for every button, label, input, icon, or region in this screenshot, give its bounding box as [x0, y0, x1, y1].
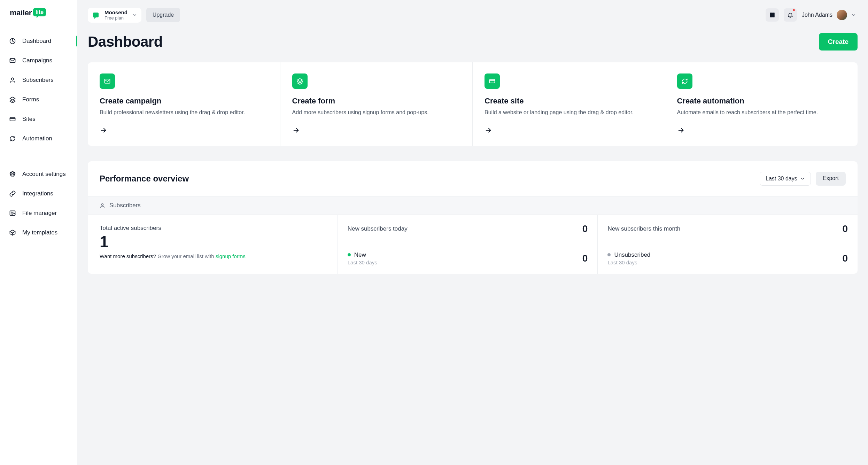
stat-sublabel: Last 30 days [348, 259, 377, 265]
user-icon [100, 203, 105, 208]
mail-icon [100, 73, 115, 89]
performance-tab-label: Subscribers [109, 202, 141, 209]
page-header: Dashboard Create [77, 26, 868, 62]
quick-desc: Automate emails to reach subscribers at … [677, 108, 846, 117]
total-active-subscribers: Total active subscribers 1 Want more sub… [88, 215, 338, 274]
performance-overview: Performance overview Last 30 days Export… [88, 161, 858, 274]
sidebar-item-label: Integrations [22, 190, 53, 197]
sidebar-item-file-manager[interactable]: File manager [0, 203, 77, 223]
export-button[interactable]: Export [816, 172, 846, 186]
sidebar-item-forms[interactable]: Forms [0, 90, 77, 109]
package-icon [9, 229, 16, 236]
quick-create-campaign[interactable]: Create campaign Build professional newsl… [88, 62, 280, 146]
quick-title: Create automation [677, 96, 846, 106]
quick-create-site[interactable]: Create site Build a website or landing p… [473, 62, 665, 146]
stat-unsubscribed-30d: Unsubscribed Last 30 days 0 [597, 243, 858, 274]
sidebar-item-automation[interactable]: Automation [0, 129, 77, 148]
stat-value: 0 [582, 253, 588, 264]
stat-value: 0 [582, 223, 588, 234]
stat-label: New [354, 251, 366, 258]
avatar [837, 10, 847, 20]
sidebar-item-account-settings[interactable]: Account settings [0, 164, 77, 184]
quick-title: Create campaign [100, 96, 268, 106]
card-icon [9, 116, 16, 123]
quick-desc: Add more subscribers using signup forms … [292, 108, 461, 117]
quick-create-form[interactable]: Create form Add more subscribers using s… [280, 62, 473, 146]
sidebar-item-sites[interactable]: Sites [0, 109, 77, 129]
chat-icon [91, 10, 101, 20]
quick-desc: Build professional newsletters using the… [100, 108, 268, 117]
apps-button[interactable] [766, 8, 779, 22]
sidebar-item-integrations[interactable]: Integrations [0, 184, 77, 203]
arrow-right-icon [485, 126, 653, 135]
sidebar-item-label: Automation [22, 135, 52, 142]
quick-title: Create site [485, 96, 653, 106]
create-button[interactable]: Create [819, 33, 858, 51]
link-icon [9, 190, 16, 197]
stat-new-today: New subscribers today 0 [338, 215, 598, 243]
status-dot-green [348, 253, 351, 256]
card-icon [485, 73, 500, 89]
chevron-down-icon [851, 13, 856, 17]
sidebar-item-label: Campaigns [22, 57, 52, 64]
signup-forms-link[interactable]: signup forms [216, 253, 246, 259]
refresh-icon [677, 73, 692, 89]
page-title: Dashboard [88, 33, 163, 50]
account-switcher[interactable]: Moosend Free plan [88, 8, 141, 23]
stat-sublabel: Last 30 days [607, 259, 650, 265]
date-range-label: Last 30 days [766, 176, 797, 182]
user-menu[interactable]: John Adams [802, 10, 856, 20]
performance-title: Performance overview [100, 174, 189, 184]
topbar: Moosend Free plan Upgrade John Adams [77, 0, 868, 26]
quick-title: Create form [292, 96, 461, 106]
sidebar-item-label: Forms [22, 96, 39, 103]
sidebar-item-label: Sites [22, 116, 36, 123]
account-plan: Free plan [104, 16, 127, 21]
sidebar-item-label: File manager [22, 210, 57, 217]
stat-value: 0 [842, 223, 848, 234]
logo-text: mailer [10, 8, 32, 17]
sidebar-item-my-templates[interactable]: My templates [0, 223, 77, 242]
layers-icon [292, 73, 308, 89]
pie-icon [9, 38, 16, 45]
quick-create-automation[interactable]: Create automation Automate emails to rea… [665, 62, 858, 146]
main-content: Moosend Free plan Upgrade John Adams D [77, 0, 868, 274]
stat-label: New subscribers this month [607, 225, 680, 232]
quick-actions: Create campaign Build professional newsl… [88, 62, 858, 146]
chevron-down-icon [800, 176, 805, 181]
layers-icon [9, 96, 16, 103]
sidebar-item-dashboard[interactable]: Dashboard [0, 31, 77, 51]
account-name: Moosend [104, 10, 127, 16]
refresh-icon [9, 135, 16, 142]
user-name: John Adams [802, 12, 832, 18]
date-range-select[interactable]: Last 30 days [760, 172, 811, 186]
mail-icon [9, 57, 16, 64]
total-value: 1 [100, 234, 326, 250]
notifications-button[interactable] [784, 8, 797, 22]
sidebar: mailer lite Dashboard Campaigns Subscrib… [0, 0, 77, 274]
user-icon [9, 77, 16, 84]
stat-label: New subscribers today [348, 225, 408, 232]
sidebar-item-subscribers[interactable]: Subscribers [0, 70, 77, 90]
total-label: Total active subscribers [100, 225, 326, 232]
gear-icon [9, 171, 16, 178]
sidebar-item-label: Dashboard [22, 38, 51, 45]
notification-dot [793, 9, 795, 11]
status-dot-grey [607, 253, 611, 256]
arrow-right-icon [677, 126, 846, 135]
logo[interactable]: mailer lite [0, 0, 77, 29]
quick-desc: Build a website or landing page using th… [485, 108, 653, 117]
arrow-right-icon [100, 126, 268, 135]
stat-label: Unsubscribed [614, 251, 650, 258]
image-icon [9, 210, 16, 217]
stat-new-month: New subscribers this month 0 [597, 215, 858, 243]
performance-tab-subscribers[interactable]: Subscribers [88, 196, 858, 215]
total-hint: Want more subscribers? Grow your email l… [100, 253, 326, 259]
sidebar-item-campaigns[interactable]: Campaigns [0, 51, 77, 70]
chevron-down-icon [132, 13, 137, 17]
bell-icon [787, 12, 793, 18]
stat-value: 0 [842, 253, 848, 264]
grid-icon [769, 12, 775, 18]
upgrade-button[interactable]: Upgrade [146, 8, 180, 22]
arrow-right-icon [292, 126, 461, 135]
